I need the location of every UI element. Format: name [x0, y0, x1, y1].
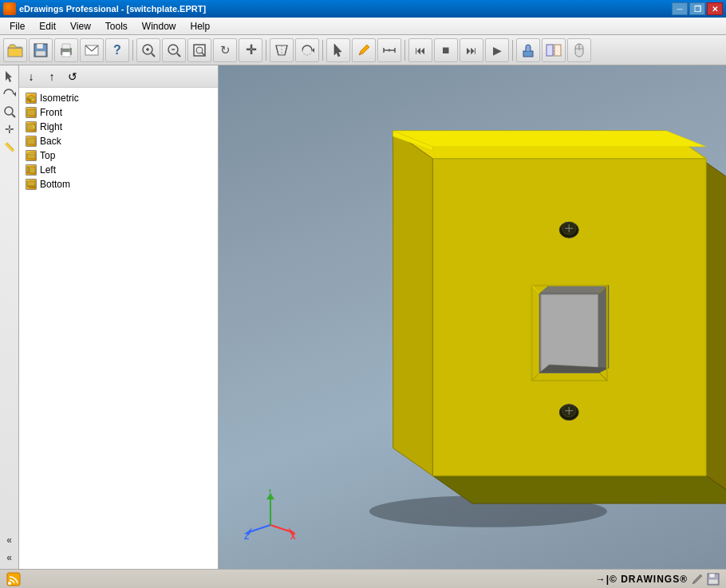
svg-line-15 — [177, 53, 180, 57]
compare-button[interactable] — [542, 38, 566, 62]
select-button[interactable] — [326, 38, 350, 62]
svg-line-34 — [12, 114, 15, 117]
zoom-out-button[interactable] — [162, 38, 186, 62]
email-button[interactable] — [80, 38, 104, 62]
svg-rect-26 — [546, 45, 553, 56]
svg-rect-80 — [709, 574, 715, 578]
status-left — [6, 572, 21, 586]
svg-text:Z: Z — [244, 532, 249, 541]
zoom-tool-btn[interactable] — [2, 104, 18, 120]
svg-text:Y: Y — [267, 489, 273, 494]
left-tool-strip: ✛ 📏 « « — [0, 65, 19, 569]
title-bar-controls[interactable]: ─ ❐ ✕ — [672, 2, 723, 15]
panel-toolbar: ↓ ↑ ↺ — [19, 65, 218, 88]
menu-edit[interactable]: Edit — [33, 19, 62, 34]
back-label: Back — [40, 136, 61, 147]
tree-item-left[interactable]: Left — [22, 163, 215, 177]
svg-rect-3 — [36, 51, 45, 56]
pan-tool-btn[interactable]: ✛ — [2, 121, 18, 137]
svg-marker-74 — [266, 493, 274, 499]
svg-marker-43 — [432, 476, 726, 503]
perspective-button[interactable] — [270, 38, 294, 62]
back-icon — [26, 136, 37, 147]
mouse-button[interactable] — [567, 38, 591, 62]
svg-line-12 — [152, 53, 155, 57]
tree-item-isometric[interactable]: Isometric — [22, 91, 215, 105]
svg-marker-19 — [312, 48, 314, 53]
zoom-in-button[interactable] — [136, 38, 160, 62]
help-button[interactable]: ? — [105, 38, 129, 62]
menu-tools[interactable]: Tools — [99, 19, 134, 34]
tree-item-right[interactable]: Right — [22, 120, 215, 134]
menu-bar: File Edit View Tools Window Help — [0, 18, 726, 35]
front-icon — [26, 107, 37, 118]
svg-rect-7 — [69, 49, 70, 51]
pointer-tool-btn[interactable] — [2, 69, 18, 85]
panel-refresh-btn[interactable]: ↺ — [64, 68, 81, 85]
zoom-fit-button[interactable] — [187, 38, 211, 62]
bottom-icon — [26, 179, 37, 190]
title-bar-left: eDrawings Professional - [switchplate.EP… — [3, 2, 206, 15]
menu-help[interactable]: Help — [184, 19, 217, 34]
tree-panel: ↓ ↑ ↺ Isometric Front Right — [19, 65, 219, 569]
rotate-tool-btn[interactable] — [2, 86, 18, 102]
toolbar: ? ↻ ✛ ⏮ ⏹ ⏭ ▶ — [0, 35, 726, 65]
svg-rect-27 — [554, 45, 561, 56]
rotate-view-button[interactable] — [295, 38, 319, 62]
refresh-button[interactable]: ↻ — [213, 38, 237, 62]
left-label: Left — [40, 164, 56, 176]
right-label: Right — [40, 121, 62, 132]
viewport-3d[interactable]: Z X Y — [219, 65, 726, 569]
front-label: Front — [40, 107, 62, 118]
save-button[interactable] — [29, 38, 53, 62]
tree-item-top[interactable]: Top — [22, 148, 215, 163]
open-button[interactable] — [3, 38, 27, 62]
panel-up-btn[interactable]: ↑ — [43, 68, 61, 85]
status-bar: →|© DRAWINGS® — [0, 569, 726, 588]
menu-window[interactable]: Window — [136, 19, 183, 34]
play-button[interactable]: ▶ — [485, 38, 509, 62]
menu-file[interactable]: File — [3, 19, 31, 34]
markup-button[interactable] — [352, 38, 376, 62]
svg-rect-35 — [27, 109, 35, 116]
panel-down-btn[interactable]: ↓ — [22, 68, 40, 85]
stop-button[interactable]: ⏹ — [434, 38, 458, 62]
separator-3 — [322, 40, 323, 61]
svg-rect-2 — [37, 44, 43, 49]
title-bar: eDrawings Professional - [switchplate.EP… — [0, 0, 726, 18]
next-button[interactable]: ⏭ — [460, 38, 483, 62]
svg-point-17 — [196, 47, 203, 53]
left-icon — [26, 164, 37, 176]
collapse-panel-btn[interactable]: « — [2, 532, 18, 548]
right-icon — [26, 121, 37, 132]
measure-tool-btn[interactable]: 📏 — [2, 139, 18, 155]
isometric-label: Isometric — [40, 93, 79, 104]
svg-rect-5 — [62, 44, 70, 49]
save-small-icon — [707, 573, 720, 586]
svg-rect-0 — [8, 48, 22, 57]
stamp-button[interactable] — [516, 38, 540, 62]
svg-rect-58 — [541, 295, 598, 371]
close-button[interactable]: ✕ — [707, 2, 723, 15]
menu-view[interactable]: View — [64, 19, 97, 34]
view-tree: Isometric Front Right Back — [19, 88, 218, 569]
window-title: eDrawings Professional - [switchplate.EP… — [19, 4, 206, 14]
first-button[interactable]: ⏮ — [408, 38, 432, 62]
tree-item-bottom[interactable]: Bottom — [22, 177, 215, 191]
drawings-watermark: →|© DRAWINGS® — [596, 574, 688, 585]
app-icon — [3, 2, 16, 15]
pan-button[interactable]: ✛ — [239, 38, 262, 62]
tree-item-back[interactable]: Back — [22, 134, 215, 148]
minimize-button[interactable]: ─ — [672, 2, 688, 15]
bottom-label: Bottom — [40, 179, 70, 190]
restore-button[interactable]: ❐ — [689, 2, 705, 15]
print-button[interactable] — [54, 38, 78, 62]
measure-button[interactable] — [377, 38, 401, 62]
collapse-panel-btn2[interactable]: « — [2, 550, 18, 566]
axis-indicator: Z X Y — [243, 489, 290, 537]
rss-icon — [6, 572, 21, 586]
svg-point-33 — [5, 107, 13, 115]
tree-item-front[interactable]: Front — [22, 105, 215, 120]
separator-1 — [132, 40, 133, 61]
svg-text:X: X — [290, 532, 296, 541]
